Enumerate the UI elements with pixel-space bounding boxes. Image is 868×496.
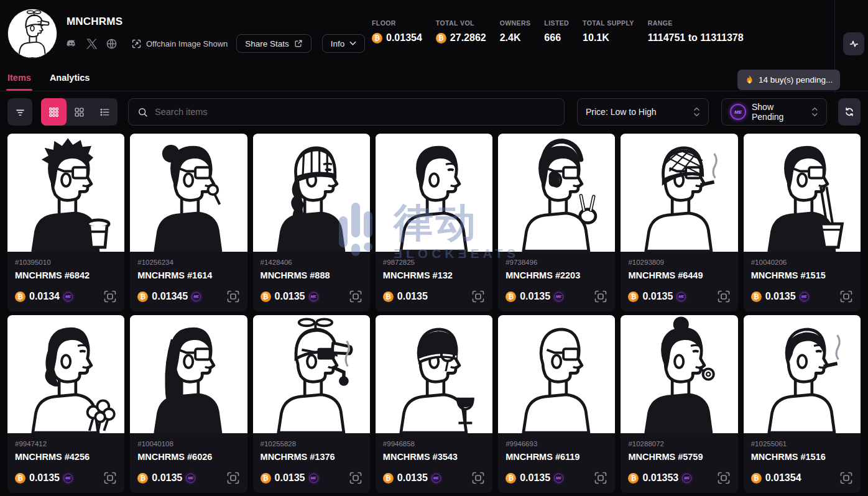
nft-image[interactable] (253, 134, 370, 252)
btc-icon: ₿ (506, 292, 516, 302)
refresh-button[interactable] (838, 98, 861, 126)
nft-card[interactable]: #10395010 MNCHRMS #6842 ₿ 0.0134 ME (7, 134, 124, 311)
nft-image[interactable] (253, 315, 370, 433)
magiceden-badge: ME (554, 292, 563, 301)
collection-header: MNCHRMS Offchain Image Shown Share Stats… (0, 0, 868, 65)
btc-icon: ₿ (15, 292, 25, 302)
nft-card[interactable]: #10256234 MNCHRMS #1614 ₿ 0.01345 ME (130, 134, 247, 311)
nft-name: MNCHRMS #5759 (628, 452, 730, 462)
nft-image[interactable] (744, 315, 861, 433)
nft-card[interactable]: #9872825 MNCHRMS #132 ₿ 0.0135 ME (376, 134, 492, 311)
view-grid-small-button[interactable] (41, 98, 67, 126)
expand-icon[interactable] (103, 290, 117, 303)
nft-name: MNCHRMS #1516 (751, 452, 853, 462)
nft-card[interactable]: #10255828 MNCHRMS #1376 ₿ 0.0135 ME (253, 315, 370, 493)
expand-icon[interactable] (594, 471, 607, 485)
nft-card[interactable]: #10293809 MNCHRMS #6449 ₿ 0.0135 ME (621, 134, 737, 311)
btc-icon: ₿ (261, 473, 271, 484)
expand-icon[interactable] (349, 290, 362, 303)
search-input[interactable] (155, 107, 555, 117)
nft-price: 0.0135 (29, 472, 60, 484)
x-icon[interactable] (86, 38, 98, 50)
nft-card[interactable]: #1428406 MNCHRMS #888 ₿ 0.0135 ME (253, 134, 370, 311)
nft-image[interactable] (621, 315, 737, 433)
btc-icon: ₿ (15, 473, 25, 484)
nft-price: 0.0135 (520, 291, 550, 302)
expand-icon[interactable] (839, 290, 853, 303)
nft-image[interactable] (498, 315, 615, 433)
pulse-icon (849, 39, 859, 49)
btc-icon: ₿ (628, 473, 639, 484)
collection-avatar[interactable] (7, 9, 57, 58)
expand-icon[interactable] (103, 471, 117, 485)
expand-icon[interactable] (349, 471, 362, 485)
nft-image[interactable] (744, 134, 861, 252)
nft-card[interactable]: #9947412 MNCHRMS #4256 ₿ 0.0135 ME (7, 315, 124, 493)
nft-price: 0.0135 (397, 291, 428, 302)
nft-price: 0.01353 (642, 472, 678, 484)
nft-name: MNCHRMS #3543 (383, 452, 485, 462)
nft-name: MNCHRMS #6026 (137, 452, 239, 462)
offchain-image-toggle[interactable]: Offchain Image Shown (131, 39, 228, 49)
globe-icon[interactable] (106, 38, 118, 50)
nft-card[interactable]: #9738496 MNCHRMS #2203 ₿ 0.0135 ME (498, 134, 615, 311)
expand-icon[interactable] (839, 471, 853, 485)
btc-icon: ₿ (372, 33, 382, 44)
offchain-image-label: Offchain Image Shown (146, 39, 228, 48)
filter-button[interactable] (7, 98, 32, 126)
search-box (128, 98, 565, 126)
btc-icon: ₿ (261, 292, 271, 302)
nft-image[interactable] (130, 315, 247, 433)
inscription-number: #10293809 (628, 259, 730, 266)
discord-icon[interactable] (66, 38, 78, 50)
nft-name: MNCHRMS #888 (261, 270, 362, 280)
inscription-number: #9946693 (506, 440, 607, 448)
sort-select[interactable]: Price: Low to High (577, 98, 709, 126)
tab-analytics[interactable]: Analytics (50, 65, 90, 91)
search-icon (137, 107, 148, 117)
nft-card[interactable]: #10255061 MNCHRMS #1516 ₿ 0.01354 ME (744, 315, 861, 493)
activity-pulse-button[interactable] (843, 32, 864, 55)
pending-buys-badge[interactable]: 14 buy(s) pending... (737, 70, 840, 90)
expand-icon[interactable] (471, 290, 485, 303)
nft-image[interactable] (7, 315, 124, 433)
tab-items[interactable]: Items (7, 65, 31, 91)
chevron-down-icon (349, 41, 356, 46)
expand-icon[interactable] (471, 471, 485, 485)
fire-icon (745, 75, 754, 85)
inscription-number: #1428406 (261, 259, 362, 266)
expand-icon[interactable] (594, 290, 607, 303)
view-list-button[interactable] (92, 98, 118, 126)
expand-icon[interactable] (226, 290, 240, 303)
inscription-number: #10040108 (137, 440, 239, 448)
magiceden-badge: ME (676, 292, 686, 301)
expand-icon[interactable] (717, 290, 731, 303)
expand-icon[interactable] (717, 471, 731, 485)
magiceden-badge: ME (309, 292, 318, 301)
pending-filter-select[interactable]: ME Show Pending (721, 98, 827, 126)
pending-buys-label: 14 buy(s) pending... (759, 75, 833, 85)
refresh-icon (844, 106, 855, 117)
stat-total-vol: TOTAL VOL ₿27.2862 (436, 19, 486, 44)
nft-card[interactable]: #9946858 MNCHRMS #3543 ₿ 0.0135 ME (376, 315, 492, 493)
nft-price: 0.0135 (520, 472, 550, 484)
nft-card[interactable]: #10040108 MNCHRMS #6026 ₿ 0.0135 ME (130, 315, 247, 493)
nft-card[interactable]: #9946693 MNCHRMS #6119 ₿ 0.0135 ME (498, 315, 615, 493)
magiceden-badge: ME (554, 474, 563, 483)
btc-icon: ₿ (137, 292, 148, 302)
view-grid-large-button[interactable] (67, 98, 92, 126)
collection-stats: FLOOR ₿0.01354 TOTAL VOL ₿27.2862 OWNERS… (372, 19, 744, 44)
share-stats-button[interactable]: Share Stats (236, 34, 312, 53)
expand-icon[interactable] (226, 471, 240, 485)
btc-icon: ₿ (751, 292, 762, 302)
nft-image[interactable] (376, 315, 492, 433)
nft-card[interactable]: #10040206 MNCHRMS #1515 ₿ 0.0135 ME (744, 134, 861, 311)
info-button[interactable]: Info (322, 34, 366, 53)
nft-card[interactable]: #10288072 MNCHRMS #5759 ₿ 0.01353 ME (621, 315, 737, 493)
nft-image[interactable] (7, 134, 124, 252)
nft-image[interactable] (376, 134, 492, 252)
nft-image[interactable] (621, 134, 737, 252)
btc-icon: ₿ (383, 473, 394, 484)
nft-image[interactable] (498, 134, 615, 252)
nft-image[interactable] (130, 134, 247, 252)
